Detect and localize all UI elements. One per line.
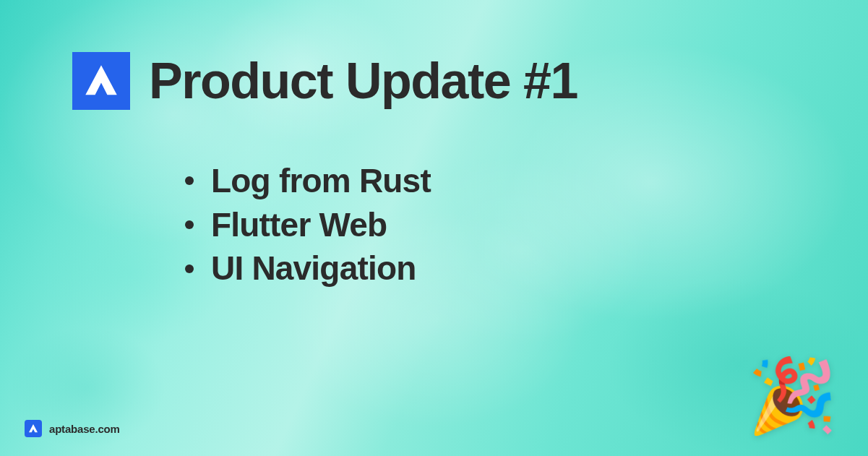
brand-logo-large — [72, 52, 130, 110]
brand-logo-small — [25, 420, 42, 437]
footer-brand: aptabase.com — [25, 420, 120, 437]
list-item: Flutter Web — [179, 203, 796, 247]
feature-list: Log from Rust Flutter Web UI Navigation — [179, 159, 796, 291]
list-item: UI Navigation — [179, 246, 796, 291]
party-popper-icon: 🎉 — [747, 359, 838, 431]
announcement-card: Product Update #1 Log from Rust Flutter … — [0, 0, 868, 456]
page-title: Product Update #1 — [149, 56, 577, 106]
header-row: Product Update #1 — [72, 52, 796, 110]
list-item: Log from Rust — [179, 159, 796, 203]
triangle-icon — [80, 60, 122, 102]
triangle-icon — [27, 423, 39, 434]
brand-url: aptabase.com — [49, 423, 120, 435]
